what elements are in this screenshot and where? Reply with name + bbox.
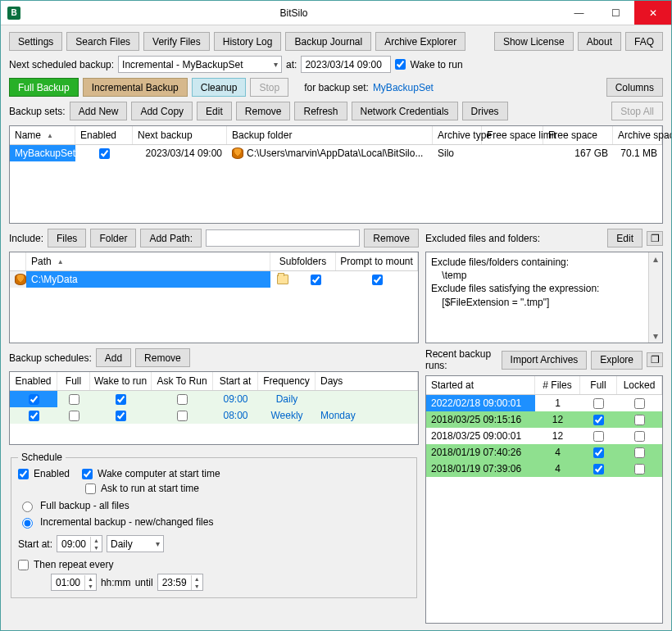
schedule-legend: Schedule <box>18 452 66 463</box>
columns-button[interactable]: Columns <box>606 78 663 97</box>
faq-button[interactable]: FAQ <box>625 32 663 51</box>
backup-set-link[interactable]: MyBackupSet <box>373 82 434 93</box>
repeat-interval-spinner[interactable]: ▲▼ <box>51 574 97 591</box>
next-backup-combo[interactable]: Incremental - MyBackupSet <box>118 56 282 73</box>
include-grid[interactable]: Path Subfolders Prompt to mount C:\MyDat… <box>9 252 419 343</box>
include-files-button[interactable]: Files <box>48 229 86 247</box>
col-subfolders[interactable]: Subfolders <box>270 252 336 270</box>
folder-icon <box>277 275 288 284</box>
repeat-checkbox[interactable] <box>18 560 29 570</box>
database-icon <box>15 274 26 285</box>
popout-icon[interactable]: ❐ <box>647 352 663 367</box>
drives-button[interactable]: Drives <box>462 102 508 120</box>
close-button[interactable]: ✕ <box>634 1 671 25</box>
next-scheduled-label: Next scheduled backup: <box>9 59 114 70</box>
full-backup-radio[interactable] <box>22 502 33 512</box>
settings-button[interactable]: Settings <box>9 32 62 51</box>
wake-to-run-checkbox[interactable] <box>395 59 406 70</box>
table-row[interactable]: 2018/03/25 09:00:0112 <box>426 428 662 444</box>
schedule-fieldset: Schedule Enabled Wake computer at start … <box>11 452 417 598</box>
frequency-combo[interactable]: Daily <box>107 535 164 552</box>
next-time-field[interactable] <box>301 56 391 73</box>
remove-set-button[interactable]: Remove <box>236 102 291 120</box>
col-next[interactable]: Next backup <box>133 126 227 144</box>
col-limit[interactable]: Free space limit <box>482 126 543 144</box>
prompt-mount-checkbox[interactable] <box>372 275 383 285</box>
table-row[interactable]: C:\MyData <box>10 271 418 288</box>
about-button[interactable]: About <box>578 32 621 51</box>
edit-set-button[interactable]: Edit <box>197 102 232 120</box>
at-label: at: <box>286 59 297 70</box>
table-row[interactable]: 2018/01/19 07:40:264 <box>426 444 662 461</box>
explore-button[interactable]: Explore <box>591 351 642 370</box>
cleanup-button[interactable]: Cleanup <box>192 78 247 97</box>
start-time-spinner[interactable]: ▲▼ <box>57 535 102 552</box>
table-row[interactable]: 09:00Daily <box>10 391 418 407</box>
import-archives-button[interactable]: Import Archives <box>502 351 588 370</box>
backup-journal-button[interactable]: Backup Journal <box>285 32 371 51</box>
app-window: B BitSilo — ☐ ✕ Settings Search Files Ve… <box>0 0 672 631</box>
excluded-header: Excluded files and folders: <box>425 233 603 244</box>
exclusions-list: Exclude files/folders containing: \temp … <box>425 252 663 343</box>
add-copy-set-button[interactable]: Add Copy <box>131 102 193 120</box>
backup-sets-grid[interactable]: Name Enabled Next backup Backup folder A… <box>9 125 663 224</box>
col-folder[interactable]: Backup folder <box>227 126 433 144</box>
subfolders-checkbox[interactable] <box>311 275 321 285</box>
add-schedule-button[interactable]: Add <box>96 348 131 367</box>
set-enabled-checkbox[interactable] <box>99 148 110 159</box>
include-folder-button[interactable]: Folder <box>90 229 136 247</box>
wake-to-run-label: Wake to run <box>410 59 462 70</box>
table-row[interactable]: 2018/03/25 09:15:1612 <box>426 411 662 428</box>
col-prompt[interactable]: Prompt to mount <box>336 252 418 270</box>
recent-runs-label: Recent backup runs: <box>425 348 497 371</box>
table-row[interactable]: MyBackupSet 2023/03/14 09:00 C:\Users\ma… <box>10 145 662 161</box>
stop-button[interactable]: Stop <box>250 78 288 97</box>
history-log-button[interactable]: History Log <box>214 32 282 51</box>
recent-runs-grid[interactable]: Started at # Files Full Locked 2022/02/1… <box>425 375 663 624</box>
show-license-button[interactable]: Show License <box>494 32 574 51</box>
for-backup-set-label: for backup set: <box>304 82 369 93</box>
add-new-set-button[interactable]: Add New <box>70 102 128 120</box>
col-space[interactable]: Archive space <box>613 126 662 144</box>
stop-all-button[interactable]: Stop All <box>611 102 663 120</box>
add-path-field[interactable] <box>206 229 360 247</box>
incremental-backup-radio[interactable] <box>22 518 33 529</box>
col-type[interactable]: Archive type <box>433 126 482 144</box>
popout-icon[interactable]: ❐ <box>647 231 663 246</box>
refresh-sets-button[interactable]: Refresh <box>294 102 347 120</box>
table-row[interactable]: 2022/02/18 09:00:011 <box>426 395 662 411</box>
scrollbar[interactable]: ▴▾ <box>648 252 662 343</box>
schedules-label: Backup schedules: <box>9 352 92 364</box>
edit-exclusions-button[interactable]: Edit <box>607 229 642 247</box>
col-enabled[interactable]: Enabled <box>75 126 133 144</box>
add-path-button[interactable]: Add Path: <box>140 229 202 247</box>
verify-files-button[interactable]: Verify Files <box>143 32 210 51</box>
include-remove-button[interactable]: Remove <box>364 229 419 247</box>
incremental-backup-button[interactable]: Incremental Backup <box>83 78 188 97</box>
ask-to-run-checkbox[interactable] <box>85 483 96 494</box>
maximize-button[interactable]: ☐ <box>597 1 634 25</box>
app-icon: B <box>7 7 20 20</box>
backup-sets-label: Backup sets: <box>9 106 66 117</box>
repeat-until-spinner[interactable]: ▲▼ <box>157 574 203 591</box>
table-row[interactable]: 2018/01/19 07:39:064 <box>426 461 662 477</box>
full-backup-button[interactable]: Full Backup <box>9 78 79 97</box>
window-title: BitSilo <box>27 7 561 19</box>
schedules-grid[interactable]: Enabled Full Wake to run Ask To Run Star… <box>9 371 419 445</box>
sched-enabled-checkbox[interactable] <box>18 469 29 479</box>
include-label: Include: <box>9 233 43 244</box>
col-path[interactable]: Path <box>26 252 270 270</box>
col-name[interactable]: Name <box>10 126 75 144</box>
col-free[interactable]: Free space <box>543 126 613 144</box>
search-files-button[interactable]: Search Files <box>66 32 139 51</box>
remove-schedule-button[interactable]: Remove <box>135 348 190 367</box>
wake-computer-checkbox[interactable] <box>82 469 93 479</box>
network-creds-button[interactable]: Network Credentials <box>352 102 458 120</box>
minimize-button[interactable]: — <box>561 1 597 25</box>
table-row[interactable]: 08:00WeeklyMonday <box>10 407 418 424</box>
database-icon <box>232 148 243 159</box>
archive-explorer-button[interactable]: Archive Explorer <box>375 32 465 51</box>
titlebar: B BitSilo — ☐ ✕ <box>1 1 671 25</box>
